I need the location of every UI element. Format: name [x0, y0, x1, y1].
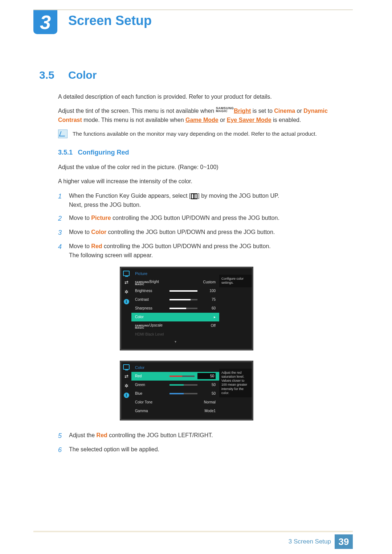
- subsection-title: Configuring Red: [78, 149, 129, 156]
- step-6: 6 The selected option will be applied.: [58, 445, 348, 455]
- step-4: 4 Move to Red controlling the JOG button…: [58, 242, 348, 260]
- note-row: The functions available on the monitor m…: [58, 130, 348, 138]
- page-number: 39: [335, 534, 353, 549]
- sub-paragraph-1: Adjust the value of the color red in the…: [58, 163, 348, 172]
- chevron-right-icon: ▸: [200, 314, 216, 320]
- chapter-tab: 3: [33, 10, 57, 34]
- osd-row-magicbright: SAMSUNGMAGICBright Custom: [131, 278, 219, 287]
- osd-row-contrast: Contrast 75: [131, 295, 219, 304]
- footer-rule: [33, 531, 353, 532]
- subsection-number: 3.5.1: [58, 149, 73, 156]
- picture-label: Picture: [91, 215, 111, 221]
- step-2: 2 Move to Picture controlling the JOG bu…: [58, 213, 348, 224]
- osd-icon-rail: ⇄ ✲ i: [121, 362, 131, 419]
- cinema-label: Cinema: [274, 108, 295, 114]
- steps-list: 1 When the Function Key Guide appears, s…: [58, 191, 348, 260]
- monitor-icon: [123, 364, 130, 370]
- note-text: The functions available on the monitor m…: [73, 130, 348, 138]
- move-icon: ⇄: [123, 374, 130, 379]
- intro-paragraph-1: A detailed description of each function …: [58, 93, 348, 102]
- osd-tip: Adjust the red saturation level. Values …: [219, 369, 252, 398]
- info-icon: i: [123, 393, 130, 398]
- samsung-magic-brand: SAMSUNGMAGIC: [216, 107, 234, 112]
- menu-icon: [191, 193, 197, 199]
- bright-link[interactable]: Bright: [234, 108, 251, 114]
- step-3: 3 Move to Color controlling the JOG butt…: [58, 227, 348, 238]
- red-label: Red: [91, 243, 102, 249]
- osd-row-blue: Blue 50: [131, 389, 219, 398]
- move-icon: ⇄: [123, 280, 130, 286]
- section-title: Color: [68, 69, 97, 81]
- chapter-title: Screen Setup: [68, 13, 152, 28]
- game-mode-link[interactable]: Game Mode: [185, 117, 219, 123]
- step-1: 1 When the Function Key Guide appears, s…: [58, 191, 348, 210]
- osd-row-sharpness: Sharpness 60: [131, 304, 219, 313]
- note-icon: [58, 130, 68, 138]
- intro-paragraph-2: Adjust the tint of the screen. This menu…: [58, 107, 348, 125]
- osd-title: Picture: [131, 270, 219, 278]
- red-label: Red: [97, 432, 107, 438]
- step-5: 5 Adjust the Red controlling the JOG but…: [58, 431, 348, 441]
- color-label: Color: [91, 229, 106, 235]
- steps-list-continued: 5 Adjust the Red controlling the JOG but…: [58, 431, 348, 455]
- osd-tip: Configure color settings.: [219, 275, 252, 287]
- chevron-down-icon: ▾: [131, 339, 219, 345]
- osd-color-panel: ⇄ ✲ i Color Red 50 Green 50 Blue: [120, 361, 253, 420]
- chapter-number: 3: [40, 11, 51, 33]
- osd-row-color-selected: Color ▸: [131, 313, 219, 321]
- osd-row-magicupscale: SAMSUNGMAGICUpscale Off: [131, 321, 219, 330]
- osd-picture-panel: ⇄ ✲ i Picture SAMSUNGMAGICBright Custom …: [120, 267, 253, 350]
- footer-text: 3 Screen Setup: [289, 538, 331, 545]
- top-rule: [33, 9, 353, 10]
- gear-icon: ✲: [123, 383, 130, 389]
- osd-row-colortone: Color Tone Normal: [131, 398, 219, 407]
- osd-row-brightness: Brightness 100: [131, 287, 219, 295]
- gear-icon: ✲: [123, 289, 130, 295]
- osd-icon-rail: ⇄ ✲ i: [121, 268, 131, 349]
- section-number: 3.5: [39, 69, 54, 81]
- monitor-icon: [123, 270, 130, 276]
- sub-paragraph-2: A higher value will increase the intensi…: [58, 177, 348, 186]
- osd-row-hdmi-black: HDMI Black Level: [131, 330, 219, 339]
- osd-row-green: Green 50: [131, 381, 219, 389]
- subsection-heading: 3.5.1 Configuring Red: [58, 148, 348, 158]
- osd-title: Color: [131, 364, 219, 372]
- info-icon: i: [123, 299, 130, 304]
- osd-row-red-selected: Red 50: [131, 372, 219, 381]
- osd-row-gamma: Gamma Mode1: [131, 407, 219, 415]
- eye-saver-mode-link[interactable]: Eye Saver Mode: [227, 117, 271, 123]
